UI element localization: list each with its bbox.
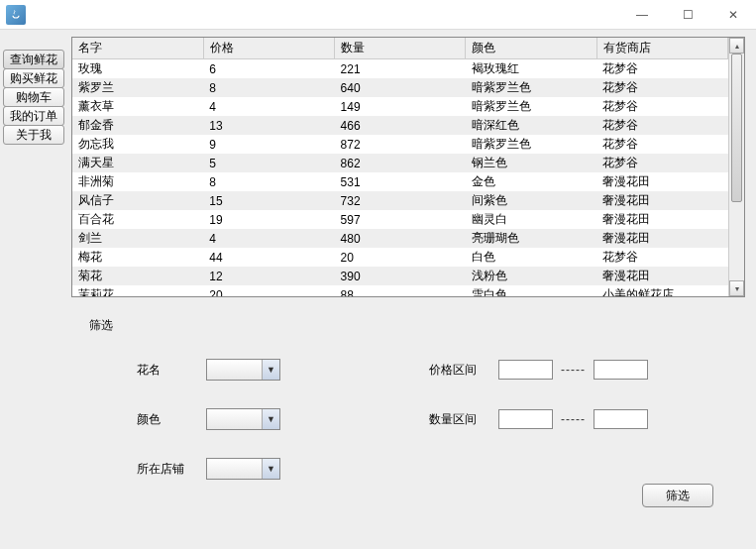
- table-cell: 钢兰色: [466, 154, 596, 172]
- table-cell: 15: [203, 191, 334, 210]
- table-row[interactable]: 剑兰4480亮珊瑚色奢漫花田: [72, 229, 728, 248]
- table-cell: 亮珊瑚色: [466, 229, 596, 248]
- filter-name-label: 花名: [137, 362, 206, 379]
- sidebar-item-2[interactable]: 购物车: [3, 87, 64, 107]
- sidebar-item-1[interactable]: 购买鲜花: [3, 68, 64, 88]
- table-cell: 88: [335, 285, 466, 296]
- table-cell: 勿忘我: [72, 135, 203, 154]
- table-cell: 花梦谷: [596, 78, 727, 97]
- close-button[interactable]: ✕: [710, 0, 756, 30]
- table-cell: 百合花: [72, 210, 203, 229]
- filter-color-label: 颜色: [137, 411, 206, 428]
- table-cell: 19: [203, 210, 334, 229]
- table-header[interactable]: 价格: [203, 38, 334, 59]
- table-cell: 奢漫花田: [596, 229, 727, 248]
- table-cell: 花梦谷: [596, 59, 727, 79]
- table-cell: 8: [203, 172, 334, 191]
- table-cell: 茉莉花: [72, 285, 203, 296]
- table-cell: 小美的鲜花店: [596, 285, 727, 296]
- table-cell: 郁金香: [72, 116, 203, 135]
- table-cell: 奢漫花田: [596, 267, 727, 285]
- chevron-down-icon: ▼: [262, 459, 279, 479]
- table-cell: 13: [203, 116, 334, 135]
- table-cell: 531: [335, 172, 466, 191]
- table-cell: 732: [335, 191, 466, 210]
- flower-table[interactable]: 名字价格数量颜色有货商店 玫瑰6221褐玫瑰红花梦谷紫罗兰8640暗紫罗兰色花梦…: [72, 38, 728, 296]
- range-separator: -----: [561, 363, 586, 377]
- filter-qty-label: 数量区间: [429, 411, 498, 428]
- table-cell: 466: [335, 116, 466, 135]
- table-cell: 非洲菊: [72, 172, 203, 191]
- table-cell: 44: [203, 248, 334, 267]
- chevron-down-icon: ▼: [262, 360, 279, 380]
- table-cell: 149: [335, 97, 466, 116]
- table-cell: 640: [335, 78, 466, 97]
- minimize-button[interactable]: —: [619, 0, 665, 30]
- table-cell: 暗紫罗兰色: [466, 97, 596, 116]
- price-max-input[interactable]: [594, 360, 648, 380]
- sidebar-item-3[interactable]: 我的订单: [3, 106, 64, 126]
- table-cell: 褐玫瑰红: [466, 59, 596, 79]
- table-cell: 花梦谷: [596, 116, 727, 135]
- name-combo[interactable]: ▼: [206, 359, 280, 381]
- table-cell: 5: [203, 154, 334, 172]
- table-cell: 暗深红色: [466, 116, 596, 135]
- table-row[interactable]: 紫罗兰8640暗紫罗兰色花梦谷: [72, 78, 728, 97]
- table-cell: 4: [203, 97, 334, 116]
- table-cell: 221: [335, 59, 466, 79]
- shop-combo[interactable]: ▼: [206, 458, 280, 480]
- table-cell: 872: [335, 135, 466, 154]
- sidebar-item-0[interactable]: 查询鲜花: [3, 50, 64, 69]
- vertical-scrollbar[interactable]: ▴ ▾: [728, 38, 744, 296]
- table-row[interactable]: 菊花12390浅粉色奢漫花田: [72, 267, 728, 285]
- table-cell: 862: [335, 154, 466, 172]
- filter-shop-label: 所在店铺: [137, 461, 206, 478]
- table-cell: 花梦谷: [596, 154, 727, 172]
- table-cell: 玫瑰: [72, 59, 203, 79]
- table-row[interactable]: 满天星5862钢兰色花梦谷: [72, 154, 728, 172]
- filter-title: 筛选: [89, 317, 723, 334]
- table-row[interactable]: 玫瑰6221褐玫瑰红花梦谷: [72, 59, 728, 79]
- table-row[interactable]: 非洲菊8531金色奢漫花田: [72, 172, 728, 191]
- table-cell: 390: [335, 267, 466, 285]
- qty-min-input[interactable]: [498, 409, 553, 429]
- table-cell: 20: [203, 285, 334, 296]
- table-cell: 满天星: [72, 154, 203, 172]
- chevron-down-icon: ▼: [262, 409, 279, 429]
- sidebar: 查询鲜花购买鲜花购物车我的订单关于我: [3, 50, 64, 144]
- sidebar-item-4[interactable]: 关于我: [3, 125, 64, 145]
- table-container: 名字价格数量颜色有货商店 玫瑰6221褐玫瑰红花梦谷紫罗兰8640暗紫罗兰色花梦…: [71, 37, 745, 297]
- scroll-thumb[interactable]: [731, 54, 742, 202]
- table-header[interactable]: 有货商店: [596, 38, 727, 59]
- table-cell: 597: [335, 210, 466, 229]
- table-row[interactable]: 郁金香13466暗深红色花梦谷: [72, 116, 728, 135]
- table-cell: 奢漫花田: [596, 191, 727, 210]
- table-cell: 9: [203, 135, 334, 154]
- maximize-button[interactable]: ☐: [665, 0, 710, 30]
- color-combo[interactable]: ▼: [206, 408, 280, 430]
- filter-button[interactable]: 筛选: [642, 484, 713, 507]
- scroll-down-icon[interactable]: ▾: [729, 280, 744, 296]
- price-min-input[interactable]: [498, 360, 553, 380]
- table-row[interactable]: 风信子15732间紫色奢漫花田: [72, 191, 728, 210]
- table-header[interactable]: 颜色: [466, 38, 596, 59]
- table-cell: 剑兰: [72, 229, 203, 248]
- table-row[interactable]: 百合花19597幽灵白奢漫花田: [72, 210, 728, 229]
- table-cell: 奢漫花田: [596, 172, 727, 191]
- table-row[interactable]: 梅花4420白色花梦谷: [72, 248, 728, 267]
- table-cell: 花梦谷: [596, 248, 727, 267]
- table-cell: 480: [335, 229, 466, 248]
- table-cell: 暗紫罗兰色: [466, 135, 596, 154]
- table-row[interactable]: 勿忘我9872暗紫罗兰色花梦谷: [72, 135, 728, 154]
- qty-max-input[interactable]: [594, 409, 648, 429]
- range-separator: -----: [561, 412, 586, 426]
- filter-price-label: 价格区间: [429, 362, 498, 379]
- table-header[interactable]: 名字: [72, 38, 203, 59]
- table-row[interactable]: 薰衣草4149暗紫罗兰色花梦谷: [72, 97, 728, 116]
- table-header[interactable]: 数量: [335, 38, 466, 59]
- table-cell: 浅粉色: [466, 267, 596, 285]
- table-cell: 雪白色: [466, 285, 596, 296]
- table-cell: 白色: [466, 248, 596, 267]
- scroll-up-icon[interactable]: ▴: [729, 38, 744, 54]
- table-row[interactable]: 茉莉花2088雪白色小美的鲜花店: [72, 285, 728, 296]
